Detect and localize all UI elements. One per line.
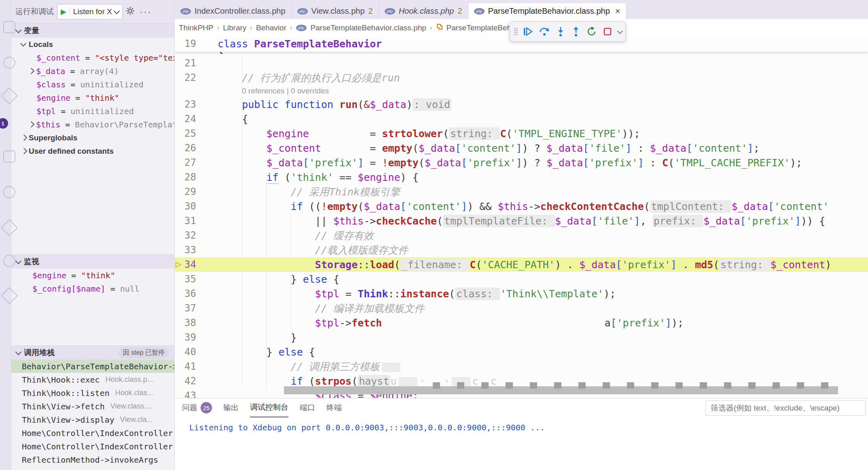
scrollbar-mark [821, 382, 828, 389]
launch-config-select[interactable]: Listen for X [70, 7, 114, 16]
code-line[interactable]: 31 || $this->checkCache(tmplTemplateFile… [175, 214, 868, 228]
stack-frame[interactable]: Home\Controller\IndexController- [11, 426, 174, 440]
breadcrumb-item[interactable]: Behavior [256, 23, 286, 32]
editor-tab[interactable]: phpIndexController.class.php [175, 3, 292, 19]
scrollbar-mark [578, 382, 586, 389]
horizontal-scrollbar[interactable] [284, 386, 838, 394]
code-line[interactable]: 28 if ('think' == $engine) { [175, 170, 868, 184]
scrollbar-mark [700, 382, 707, 389]
watch-section-header[interactable]: 监视 [11, 254, 174, 269]
variable-row[interactable]: $class = uninitialized [11, 78, 174, 91]
code-line[interactable]: ▷34 Storage::load(_filename: C('CACHE_PA… [175, 257, 868, 272]
editor-tab[interactable]: phpHook.class.php2 [379, 3, 468, 19]
debug-sidebar-header: 运行和调试 ▶ Listen for X ··· [11, 0, 174, 23]
debug-toolbar: ⣿ [510, 21, 626, 42]
chevron-down-icon[interactable] [617, 28, 623, 34]
code-line[interactable]: 37 // 编译并加载模板文件 [175, 301, 868, 315]
stack-frame[interactable]: Think\View->fetchView.class.... [11, 400, 174, 413]
chevron-down-icon [15, 349, 22, 355]
tree-group-superglobals[interactable]: Superglobals [11, 131, 174, 144]
chevron-down-icon [15, 258, 22, 264]
code-line[interactable]: 36 $tpl = Think::instance(class: 'Think\… [175, 286, 868, 301]
stack-frame[interactable]: Think\Hook::listenHook.clas... [11, 386, 174, 400]
stack-frame[interactable]: Home\Controller\IndexController- [11, 440, 174, 453]
breadcrumb-item[interactable]: ParseTemplateBeha [447, 23, 516, 32]
activity-icon-fragment [3, 186, 15, 198]
code-line[interactable]: 26 $_content = empty($_data['content']) … [175, 141, 868, 155]
launch-config-box: ▶ Listen for X [57, 4, 123, 19]
variable-row[interactable]: $tpl = uninitialized [11, 104, 174, 118]
editor-tab[interactable]: phpView.class.php2 [292, 3, 379, 19]
activity-icon-fragment [3, 255, 15, 267]
code-line[interactable]: 19class ParseTemplateBehavior [175, 36, 382, 51]
scrollbar-mark [627, 382, 634, 389]
step-over-button[interactable] [539, 26, 550, 37]
gear-icon[interactable] [126, 6, 135, 17]
more-actions-icon[interactable]: ··· [140, 6, 152, 17]
breadcrumb-item[interactable]: Library [223, 23, 246, 32]
step-out-button[interactable] [571, 26, 581, 37]
code-line[interactable]: 29 // 采用Think模板引擎 [175, 184, 868, 199]
panel-tab[interactable]: 输出 [223, 398, 239, 417]
code-line[interactable]: 38 $tpl->fetcha['prefix']); [175, 315, 868, 330]
code-line[interactable]: 40 } else { [175, 345, 868, 359]
stop-button[interactable] [603, 27, 612, 36]
breadcrumb-item[interactable]: ParseTemplateBehavior.class.php [311, 23, 426, 32]
variable-row[interactable]: $_content = "<style type="tex… [11, 51, 174, 64]
callstack-section-header[interactable]: 调用堆栈 因 step 已暂停 [11, 345, 174, 360]
code-line[interactable]: 21 [175, 56, 868, 70]
variable-row[interactable]: $engine = "think" [11, 91, 174, 104]
scrollbar-mark [797, 382, 804, 389]
panel-tab[interactable]: 终端 [326, 398, 342, 417]
code-line[interactable]: 25 $engine = strtolower(string: C('TMPL_… [175, 126, 868, 141]
tree-group-locals[interactable]: Locals [11, 38, 174, 51]
paused-reason-badge: 因 step 已暂停 [119, 347, 169, 358]
stack-frame[interactable]: Behavior\ParseTemplateBehavior-> [11, 360, 174, 373]
panel-tab[interactable]: 问题25 [182, 398, 212, 417]
php-file-icon: php [296, 25, 307, 31]
chevron-down-icon [20, 40, 27, 47]
step-into-button[interactable] [556, 26, 565, 37]
console-filter-input[interactable] [705, 400, 866, 416]
codelens[interactable]: 0 references | 0 overrides [175, 85, 868, 97]
code-line[interactable]: 39 } [175, 330, 868, 345]
drag-handle-icon[interactable]: ⣿ [513, 30, 517, 34]
code-line[interactable]: 33 //载入模版缓存文件 [175, 243, 868, 257]
editor-tab[interactable]: phpParseTemplateBehavior.class.php× [468, 3, 627, 19]
code-line[interactable]: 22 // 行为扩展的执行入口必须是run [175, 70, 868, 85]
stack-frame[interactable]: ReflectionMethod->invokeArgs [11, 453, 174, 466]
scrollbar-mark [651, 382, 658, 389]
code-line[interactable]: 35 } else { [175, 272, 868, 286]
start-debug-button[interactable]: ▶ [57, 7, 70, 16]
scrollbar-mark [457, 382, 464, 389]
watch-row[interactable]: $_config[$name] = null [11, 282, 174, 295]
restart-button[interactable] [586, 26, 597, 37]
code-line[interactable]: 23 public function run(&$_data): void [175, 97, 868, 112]
panel-tab[interactable]: 端口 [300, 398, 315, 417]
stack-frame[interactable]: Think\View->displayView.cla... [11, 413, 174, 426]
activity-bar[interactable]: 1 [0, 0, 11, 470]
variable-row[interactable]: $_data = array(4) [11, 64, 174, 78]
code-line[interactable]: 24 { [175, 112, 868, 126]
stack-frame[interactable]: Think\App::invokeActionAp... [11, 466, 174, 470]
code-editor[interactable]: 19class ParseTemplateBehavior { 2122 // … [175, 36, 868, 398]
obscured-fragment [399, 377, 417, 387]
editor-tab-bar: phpIndexController.class.phpphpView.clas… [175, 0, 868, 19]
continue-button[interactable] [523, 26, 533, 37]
code-line[interactable]: 27 $_data['prefix'] = !empty($_data['pre… [175, 155, 868, 170]
code-line[interactable]: 30 if ((!empty($_data['content']) && $th… [175, 199, 868, 214]
stack-frame[interactable]: Think\Hook::execHook.class.p... [11, 373, 174, 386]
sidebar-spacer [11, 158, 174, 254]
panel-tab[interactable]: 调试控制台 [250, 398, 288, 417]
variables-section-header[interactable]: 变量 [11, 23, 174, 38]
watch-section-title: 监视 [24, 256, 39, 267]
code-line[interactable]: 41 // 调用第三方模板 [175, 359, 868, 374]
close-icon[interactable]: × [615, 6, 620, 17]
tree-group-user_constants[interactable]: User defined constants [11, 144, 174, 158]
run-and-debug-title: 运行和调试 [15, 6, 54, 17]
variable-row[interactable]: $this = Behavior\ParseTemplat… [11, 118, 174, 131]
code-line[interactable]: 32 // 缓存有效 [175, 228, 868, 243]
watch-row[interactable]: $engine = "think" [11, 269, 174, 282]
breadcrumb-item[interactable]: ThinkPHP [179, 23, 214, 32]
watch-tree: $engine = "think"$_config[$name] = null [11, 269, 174, 295]
